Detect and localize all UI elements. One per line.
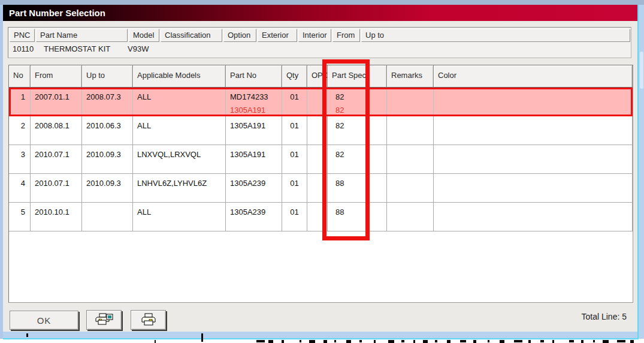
clipped-text-fragment — [528, 340, 531, 343]
clipped-text-fragment — [447, 340, 451, 343]
summary-header-from: From — [332, 29, 360, 42]
cell-remarks — [387, 203, 434, 231]
cell-qty: 01 — [282, 88, 307, 116]
cell-up-to: 2008.07.3 — [82, 88, 133, 116]
title-bar[interactable]: Part Number Selection — [3, 5, 637, 21]
cell-models: ALL — [133, 88, 226, 116]
table-rows: 12007.01.12008.07.3ALLMD1742331305A19101… — [9, 88, 633, 231]
summary-header-up-to: Up to — [361, 29, 630, 42]
column-header-models[interactable]: Applicable Models — [133, 65, 226, 88]
cell-from: 2010.07.1 — [31, 145, 82, 174]
column-header-remarks[interactable]: Remarks — [387, 65, 434, 88]
cell-no: 5 — [9, 203, 31, 231]
clipped-text-fragment — [155, 340, 156, 343]
summary-header-row: PNCPart NameModelClassificationOptionExt… — [10, 29, 630, 42]
clipped-text-fragment — [268, 340, 273, 343]
table-row[interactable]: 42010.07.12010.09.3LNHVL6Z,LYHVL6Z1305A2… — [9, 174, 633, 203]
printer-with-monitor-icon — [95, 313, 113, 327]
cell-color — [434, 116, 633, 145]
clipped-text-fragment — [346, 340, 351, 343]
print-preview-button[interactable] — [86, 310, 122, 330]
cell-color — [434, 203, 633, 231]
cell-remarks — [387, 145, 434, 174]
column-header-part-no[interactable]: Part No — [226, 65, 282, 88]
clipped-text-fragment — [460, 340, 466, 342]
summary-header-option: Option — [223, 29, 256, 42]
column-header-no[interactable]: No — [9, 65, 31, 88]
cell-remarks — [387, 88, 434, 116]
table-row[interactable]: 12007.01.12008.07.3ALLMD1742331305A19101… — [9, 88, 633, 116]
summary-part-name-value: THERMOSTAT KIT — [44, 44, 110, 53]
summary-header-model: Model — [129, 29, 159, 42]
clipped-text-fragment — [423, 340, 428, 343]
selected-part-summary: PNCPart NameModelClassificationOptionExt… — [8, 27, 631, 58]
cell-color — [434, 88, 633, 116]
cell-part-spec-superseded: 82 — [335, 104, 386, 116]
clipped-text-fragment — [413, 340, 415, 343]
cell-up-to: 2010.09.3 — [82, 145, 133, 174]
cell-models: ALL — [133, 116, 226, 145]
ok-button[interactable]: OK — [10, 311, 78, 330]
clipped-text-fragment — [630, 340, 634, 343]
clipped-text-fragment — [26, 333, 28, 337]
cell-part-spec: 82 — [328, 145, 387, 174]
cell-remarks — [387, 116, 434, 145]
table-header-row: NoFromUp toApplicable ModelsPart NoQtyOP… — [9, 65, 633, 88]
clipped-text-fragment — [617, 340, 625, 342]
column-header-qty[interactable]: Qty — [282, 65, 307, 88]
clipped-text-fragment — [256, 340, 265, 342]
cell-part-no: MD1742331305A191 — [226, 88, 282, 116]
cell-part-spec: 88 — [328, 174, 387, 203]
clipped-text-fragment — [401, 340, 404, 342]
cell-no: 4 — [9, 174, 31, 203]
table-row[interactable]: 52010.10.1ALL1305A2390188 — [9, 203, 633, 231]
column-header-up-to[interactable]: Up to — [82, 65, 133, 88]
table-row[interactable]: 32010.07.12010.09.3LNXVQL,LRXVQL1305A191… — [9, 145, 633, 174]
cell-opc — [307, 88, 328, 116]
cell-opc — [307, 174, 328, 203]
cell-part-spec: 88 — [328, 203, 387, 231]
clipped-text-fragment — [201, 333, 203, 342]
cell-opc — [307, 203, 328, 231]
print-button[interactable] — [131, 310, 166, 330]
clipped-text-fragment — [334, 340, 336, 342]
dialog-title: Part Number Selection — [9, 8, 105, 18]
cell-models: LNXVQL,LRXVQL — [133, 145, 226, 174]
table-row[interactable]: 22008.08.12010.06.3ALL1305A1910182 — [9, 116, 633, 145]
screen: Part Number Selection PNCPart NameModelC… — [0, 0, 644, 343]
cell-color — [434, 145, 633, 174]
column-header-part-spec[interactable]: Part Spec — [328, 65, 387, 88]
cell-remarks — [387, 174, 434, 203]
cell-color — [434, 174, 633, 203]
cell-qty: 01 — [282, 174, 307, 203]
window-border-bottom — [3, 332, 637, 338]
cell-part-no: 1305A239 — [226, 203, 282, 231]
window-border-right — [637, 5, 644, 339]
summary-header-pnc: PNC — [10, 29, 35, 42]
clipped-text-fragment — [500, 340, 504, 343]
summary-model-value: V93W — [128, 44, 149, 53]
part-number-selection-dialog: Part Number Selection PNCPart NameModelC… — [3, 5, 637, 332]
clipped-text-fragment — [581, 340, 583, 343]
background-scrollbar-thumb — [640, 52, 643, 89]
cell-part-spec: 8282 — [328, 88, 387, 116]
clipped-text-fragment — [374, 340, 376, 343]
cell-part-spec: 82 — [328, 116, 387, 145]
cell-from: 2010.07.1 — [31, 174, 82, 203]
clipped-text-fragment — [514, 340, 522, 342]
column-header-opc[interactable]: OPC — [307, 65, 328, 88]
column-header-color[interactable]: Color — [434, 65, 633, 88]
clipped-text-fragment — [282, 340, 284, 343]
cell-qty: 01 — [282, 203, 307, 231]
column-header-from[interactable]: From — [31, 65, 82, 88]
window-border-top — [0, 0, 644, 5]
cell-no: 2 — [9, 116, 31, 145]
clipped-text-fragment — [388, 340, 394, 343]
cell-from: 2010.10.1 — [31, 203, 82, 231]
clipped-text-fragment — [540, 340, 544, 342]
cell-models: ALL — [133, 203, 226, 231]
summary-header-interior: Interior — [298, 29, 331, 42]
clipped-text-fragment — [309, 340, 315, 343]
clipped-text-fragment — [300, 340, 301, 342]
cell-up-to — [82, 203, 133, 231]
